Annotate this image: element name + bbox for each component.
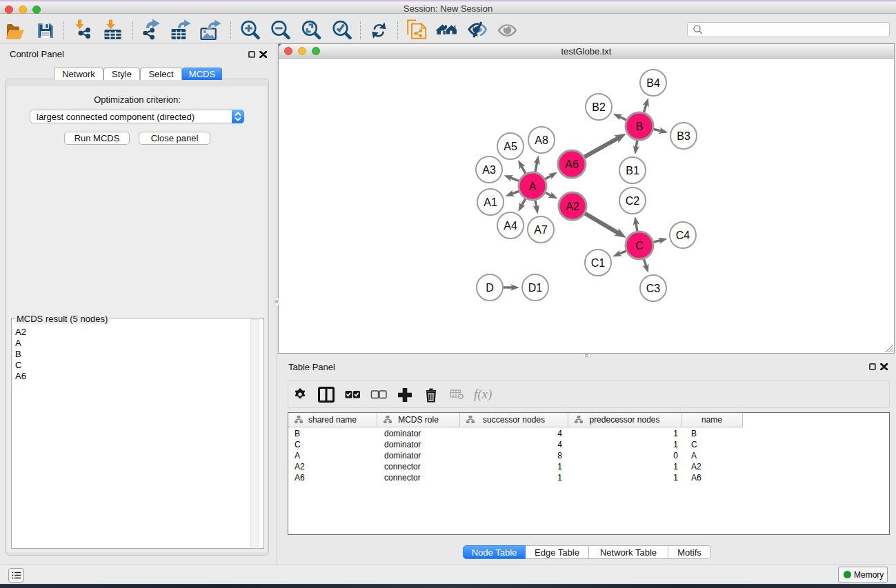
svg-text:D1: D1 [528, 282, 543, 294]
svg-text:B4: B4 [646, 77, 660, 89]
svg-text:A: A [529, 181, 537, 192]
svg-text:B3: B3 [677, 130, 690, 142]
svg-text:A2: A2 [566, 201, 579, 212]
svg-text:A1: A1 [484, 196, 497, 208]
svg-text:A8: A8 [535, 134, 548, 146]
svg-text:A4: A4 [504, 220, 517, 232]
svg-text:C1: C1 [591, 257, 606, 269]
svg-text:A6: A6 [565, 159, 579, 170]
svg-text:C3: C3 [646, 283, 661, 294]
svg-text:B1: B1 [626, 165, 639, 176]
svg-text:B2: B2 [592, 101, 606, 113]
svg-text:A7: A7 [534, 224, 548, 236]
svg-text:C: C [635, 240, 644, 252]
svg-text:C2: C2 [626, 195, 640, 207]
svg-text:f(x): f(x) [474, 387, 492, 402]
svg-text:C4: C4 [676, 230, 690, 241]
svg-text:B: B [636, 121, 644, 132]
svg-text:A5: A5 [504, 141, 517, 152]
svg-text:A3: A3 [482, 164, 496, 176]
svg-text:D: D [486, 282, 494, 294]
